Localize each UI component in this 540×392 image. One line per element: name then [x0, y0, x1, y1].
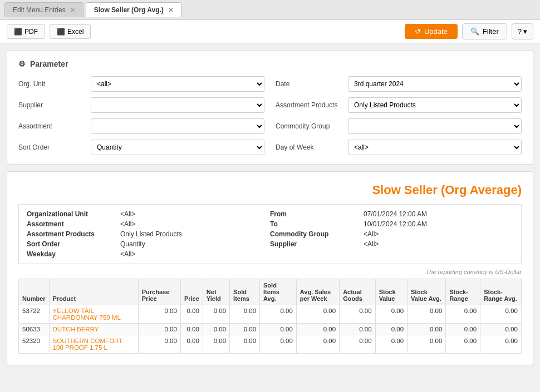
cell-stock-value: 0.00 — [375, 335, 407, 354]
cell-price: 0.00 — [180, 324, 203, 335]
meta-from: From 07/01/2024 12:00 AM — [270, 210, 513, 218]
cell-purchase-price: 0.00 — [138, 324, 180, 335]
parameter-header: ⚙ Parameter — [18, 59, 522, 68]
cell-net-yield: 0.00 — [203, 305, 229, 324]
parameter-title: Parameter — [30, 59, 68, 68]
cell-stock-range-avg: 0.00 — [480, 335, 522, 354]
help-chevron-icon: ▾ — [523, 27, 527, 36]
tabs-bar: Edit Menu Entries ✕ Slow Seller (Org Avg… — [0, 0, 540, 20]
product-link[interactable]: DUTCH BERRY — [53, 326, 99, 333]
cell-net-yield: 0.00 — [203, 335, 229, 354]
product-link[interactable]: YELLOW TAIL CHARDONNAY 750 ML — [53, 307, 121, 321]
supplier-select[interactable] — [91, 97, 264, 113]
cell-sold-items-avg: 0.00 — [260, 324, 297, 335]
filter-button[interactable]: 🔍 Filter — [462, 23, 507, 39]
meta-commodity-group: Commodity Group <All> — [270, 230, 513, 238]
col-number: Number — [19, 279, 50, 305]
commodity-group-meta-label: Commodity Group — [270, 230, 359, 238]
org-unit-select[interactable]: <all> — [91, 76, 264, 92]
sort-order-meta-val: Quantity — [120, 240, 145, 248]
tab-slow-seller-label: Slow Seller (Org Avg.) — [94, 6, 164, 14]
assortment-label: Assortment — [18, 122, 85, 130]
assortment-products-select[interactable]: Only Listed Products — [348, 97, 522, 113]
meta-assortment-products: Assortment Products Only Listed Products — [27, 230, 270, 238]
cell-price: 0.00 — [180, 305, 203, 324]
cell-sold-items-avg: 0.00 — [260, 305, 297, 324]
cell-sold-items: 0.00 — [230, 305, 260, 324]
col-stock-value: Stock Value — [375, 279, 407, 305]
cell-product: YELLOW TAIL CHARDONNAY 750 ML — [49, 305, 138, 324]
supplier-meta-val: <All> — [364, 240, 379, 248]
col-product: Product — [49, 279, 138, 305]
pdf-button[interactable]: ⬛ PDF — [7, 24, 45, 39]
excel-label: Excel — [67, 28, 84, 36]
day-of-week-select[interactable]: <all> — [348, 140, 522, 155]
update-icon: ↺ — [415, 27, 421, 36]
cell-number: 50633 — [19, 324, 50, 335]
supplier-label: Supplier — [18, 101, 85, 109]
toolbar: ⬛ PDF ⬛ Excel ↺ Update 🔍 Filter ? ▾ — [0, 20, 540, 43]
help-button[interactable]: ? ▾ — [512, 23, 533, 39]
cell-stock-range: 0.00 — [446, 305, 480, 324]
cell-stock-range: 0.00 — [446, 335, 480, 354]
commodity-group-select[interactable] — [348, 118, 522, 134]
excel-button[interactable]: ⬛ Excel — [50, 24, 91, 39]
col-actual-goods: Actual Goods — [340, 279, 376, 305]
cell-stock-value-avg: 0.00 — [408, 324, 446, 335]
tab-slow-seller-close[interactable]: ✕ — [168, 7, 173, 14]
weekday-meta-val: <All> — [120, 250, 135, 258]
col-stock-range: Stock-Range — [446, 279, 480, 305]
col-sold-items-avg: Sold Items Avg. — [260, 279, 297, 305]
col-sold-items: Sold Items — [230, 279, 260, 305]
update-label: Update — [424, 27, 448, 36]
meta-org-unit: Organizational Unit <All> — [27, 210, 270, 218]
cell-stock-value: 0.00 — [375, 324, 407, 335]
param-row-org-unit: Org. Unit <all> — [18, 76, 264, 92]
cell-sold-items: 0.00 — [230, 335, 260, 354]
table-row: 53722YELLOW TAIL CHARDONNAY 750 ML0.000.… — [19, 305, 522, 324]
assortment-meta-label: Assortment — [27, 220, 116, 228]
cell-stock-range: 0.00 — [446, 324, 480, 335]
cell-actual-goods: 0.00 — [340, 335, 376, 354]
param-row-supplier: Supplier — [18, 97, 264, 113]
cell-product: DUTCH BERRY — [49, 324, 138, 335]
parameter-grid: Org. Unit <all> Date 3rd quarter 2024 Su… — [18, 76, 522, 155]
date-select[interactable]: 3rd quarter 2024 — [348, 76, 522, 92]
commodity-group-meta-val: <All> — [364, 230, 379, 238]
col-stock-value-avg: Stock Value Avg. — [408, 279, 446, 305]
sort-order-select[interactable]: Quantity — [91, 140, 264, 155]
report-table: Number Product Purchase Price Price Net … — [18, 279, 522, 354]
table-row: 52320SOUTHERN COMFORT 100 PROOF 1.75 L0.… — [19, 335, 522, 354]
col-stock-range-avg: Stock-Range Avg. — [480, 279, 522, 305]
cell-stock-value-avg: 0.00 — [408, 335, 446, 354]
to-meta-label: To — [270, 220, 359, 228]
assortment-products-meta-label: Assortment Products — [27, 230, 116, 238]
cell-number: 52320 — [19, 335, 50, 354]
cell-purchase-price: 0.00 — [138, 305, 180, 324]
assortment-select[interactable] — [91, 118, 264, 134]
product-link[interactable]: SOUTHERN COMFORT 100 PROOF 1.75 L — [53, 338, 122, 351]
date-label: Date — [276, 80, 342, 88]
tab-slow-seller[interactable]: Slow Seller (Org Avg.) ✕ — [86, 2, 181, 17]
cell-stock-value: 0.00 — [375, 305, 407, 324]
report-meta: Organizational Unit <All> From 07/01/202… — [18, 204, 522, 264]
parameter-icon: ⚙ — [18, 59, 26, 68]
tab-edit-menu-entries-close[interactable]: ✕ — [70, 7, 75, 14]
cell-sold-items-avg: 0.00 — [260, 335, 297, 354]
param-row-assortment-products: Assortment Products Only Listed Products — [276, 97, 522, 113]
cell-avg-sales-per-week: 0.00 — [296, 305, 339, 324]
pdf-icon: ⬛ — [14, 28, 22, 36]
report-title: Slow Seller (Org Average) — [18, 183, 522, 197]
meta-sort-order: Sort Order Quantity — [27, 240, 270, 248]
filter-label: Filter — [483, 27, 499, 36]
cell-stock-value-avg: 0.00 — [408, 305, 446, 324]
commodity-group-label: Commodity Group — [276, 122, 342, 130]
tab-edit-menu-entries[interactable]: Edit Menu Entries ✕ — [4, 2, 84, 17]
to-meta-val: 10/01/2024 12:00 AM — [364, 220, 427, 228]
cell-price: 0.00 — [180, 335, 203, 354]
update-button[interactable]: ↺ Update — [405, 24, 458, 39]
pdf-label: PDF — [24, 28, 38, 36]
assortment-products-label: Assortment Products — [276, 101, 342, 109]
help-label: ? — [518, 27, 522, 36]
sort-order-label: Sort Order — [18, 143, 85, 151]
